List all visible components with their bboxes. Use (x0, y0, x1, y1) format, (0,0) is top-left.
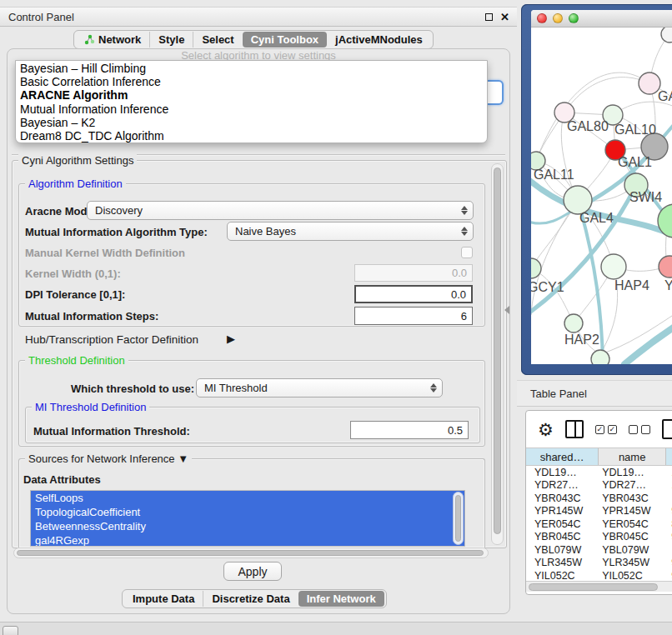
menu-item-basic-correlation[interactable]: Basic Correlation Inference (16, 75, 487, 88)
splitter-collapse-arrow-icon[interactable] (504, 306, 509, 314)
attr-list-vscroll-track[interactable] (453, 492, 464, 545)
status-strip (0, 622, 672, 635)
node-label: SWI4 (629, 190, 662, 204)
tab-impute-data-label: Impute Data (133, 592, 194, 605)
node-gal4[interactable] (564, 186, 592, 214)
list-item-topologicalcoefficient[interactable]: TopologicalCoefficient (31, 505, 464, 519)
settings-vscroll-thumb[interactable] (494, 168, 501, 534)
sources-collapse-arrow-icon[interactable]: ▼ (178, 452, 188, 465)
menu-item-mutual-information[interactable]: Mutual Information Inference (16, 102, 487, 116)
node-hap4[interactable] (601, 254, 626, 279)
tab-cyni-toolbox-label: Cyni Toolbox (251, 33, 318, 46)
deselect-all-columns-icon[interactable] (629, 425, 650, 434)
hub-definition-label[interactable]: Hub/Transcription Factor Definition (25, 333, 198, 346)
table-row[interactable]: YBR043CYBR043C (526, 492, 672, 505)
column-header-partial[interactable]: A (666, 448, 672, 465)
node-label: GAL11 (534, 168, 574, 182)
list-item-selfloops[interactable]: SelfLoops (31, 491, 464, 505)
close-traffic-light-icon[interactable] (537, 13, 547, 23)
zoom-traffic-light-icon[interactable] (569, 13, 579, 23)
columns-icon[interactable] (565, 420, 584, 438)
apply-button[interactable]: Apply (223, 562, 282, 581)
minimize-traffic-light-icon[interactable] (553, 13, 563, 23)
combo-spinner-icon (425, 383, 442, 392)
hub-expand-arrow-icon[interactable]: ▶ (227, 332, 235, 345)
node-hap2[interactable] (564, 314, 583, 332)
node-label: GAL80 (567, 119, 609, 133)
network-canvas[interactable]: GAL GAL80 GAL10 GAL1 GAL11 SWI4 GAL4 GCY… (531, 28, 672, 364)
column-header-name[interactable]: name (599, 448, 666, 465)
list-item-gal4rgexp[interactable]: gal4RGexp (31, 533, 464, 547)
attr-list-vscroll-thumb[interactable] (455, 495, 461, 542)
data-attributes-list: SelfLoops TopologicalCoefficient Between… (30, 490, 465, 547)
kernel-width-value: 0.0 (452, 267, 467, 279)
screenshot-root: Control Panel ✕ Network Style Select Cyn… (0, 0, 672, 635)
menu-item-dream8[interactable]: Dream8 DC_TDC Algorithm (16, 129, 487, 142)
cyni-algorithm-settings-title: Cyni Algorithm Settings (18, 154, 137, 167)
kernel-width-label: Kernel Width (0,1): (25, 268, 121, 280)
mi-type-label: Mutual Information Algorithm Type: (25, 226, 208, 238)
table-panel-titlebar: Table Panel (517, 380, 672, 407)
data-attributes-label: Data Attributes (23, 473, 101, 486)
settings-hscroll-track[interactable] (13, 548, 489, 558)
float-window-icon[interactable] (485, 13, 493, 21)
sources-title[interactable]: Sources for Network Inference (28, 452, 175, 465)
new-table-icon[interactable] (662, 419, 672, 439)
network-graph: GAL GAL80 GAL10 GAL1 GAL11 SWI4 GAL4 GCY… (531, 28, 672, 364)
menu-item-aracne[interactable]: ARACNE Algorithm (16, 88, 487, 102)
column-header-shared-name[interactable]: shared… (526, 448, 599, 465)
tab-select[interactable]: Select (193, 32, 242, 48)
select-all-columns-icon[interactable]: ✓ ✓ (595, 425, 617, 434)
manual-kernel-checkbox[interactable] (461, 247, 473, 258)
node-label: GCY1 (531, 280, 564, 294)
mi-steps-field[interactable]: 6 (354, 307, 473, 325)
settings-hscroll-thumb[interactable] (17, 550, 484, 556)
corner-button[interactable] (3, 626, 18, 635)
mi-threshold-definition-title: MI Threshold Definition (32, 401, 149, 413)
tab-jactivemnodules[interactable]: jActiveMNodules (327, 32, 431, 48)
node-salmon[interactable] (659, 256, 672, 278)
table-row[interactable]: YBL079WYBL079W (526, 543, 672, 557)
table-row[interactable]: YDL19…YDL19…13 (526, 466, 672, 479)
mi-threshold-value: 0.5 (448, 424, 463, 437)
mi-threshold-field[interactable]: 0.5 (350, 421, 469, 439)
list-item-betweennesscentrality[interactable]: BetweennessCentrality (31, 519, 464, 533)
tab-infer-network[interactable]: Infer Network (298, 591, 384, 607)
table-hscroll-thumb[interactable] (529, 583, 658, 591)
kernel-width-field[interactable]: 0.0 (354, 264, 473, 282)
table-row[interactable]: YIL052CYIL052C9 (526, 569, 672, 581)
mi-threshold-label: Mutual Information Threshold: (33, 425, 190, 438)
gear-icon[interactable]: ⚙ (538, 421, 554, 438)
table-row[interactable]: YLR345WYLR345W9. (526, 557, 672, 570)
node-label: GAL10 (614, 122, 656, 137)
node-label: GAL1 (618, 155, 652, 169)
which-threshold-combobox[interactable]: MI Threshold (196, 378, 443, 398)
tab-cyni-toolbox[interactable]: Cyni Toolbox (243, 32, 327, 48)
mi-steps-value: 6 (461, 310, 467, 322)
apply-button-label: Apply (238, 565, 267, 578)
tab-network[interactable]: Network (76, 32, 149, 48)
menu-item-bayesian-hill-climbing[interactable]: Bayesian – Hill Climbing (16, 62, 487, 75)
threshold-definition-title: Threshold Definition (25, 354, 128, 367)
tab-style[interactable]: Style (149, 32, 193, 48)
node-partial-top[interactable] (661, 28, 672, 42)
table-row[interactable]: YPR145WYPR145W9. (526, 505, 672, 518)
obscured-combobox-fragment (488, 80, 504, 105)
menu-item-bayesian-k2[interactable]: Bayesian – K2 (16, 116, 487, 129)
bottom-tabstrip: Impute Data Discretize Data Infer Networ… (122, 589, 387, 608)
mi-type-combobox[interactable]: Naive Bayes (227, 222, 474, 241)
node-label: Y (664, 278, 672, 292)
network-window-titlebar[interactable] (531, 10, 672, 28)
node-gcy1[interactable] (531, 258, 541, 278)
dpi-tolerance-field[interactable]: 0.0 (354, 285, 473, 303)
table-row[interactable]: YDR27…YDR27…12 (526, 479, 672, 492)
close-icon[interactable]: ✕ (500, 11, 509, 23)
aracne-mode-combobox[interactable]: Discovery (87, 201, 474, 220)
tab-impute-data[interactable]: Impute Data (124, 591, 203, 607)
node-partial-bottom[interactable] (591, 350, 609, 364)
table-hscroll-track[interactable] (526, 581, 672, 592)
settings-vscroll-track[interactable] (491, 163, 504, 545)
tab-discretize-data[interactable]: Discretize Data (203, 591, 298, 607)
table-row[interactable]: YBR045CYBR045C9. (526, 531, 672, 544)
table-row[interactable]: YER054CYER054C8. (526, 518, 672, 531)
